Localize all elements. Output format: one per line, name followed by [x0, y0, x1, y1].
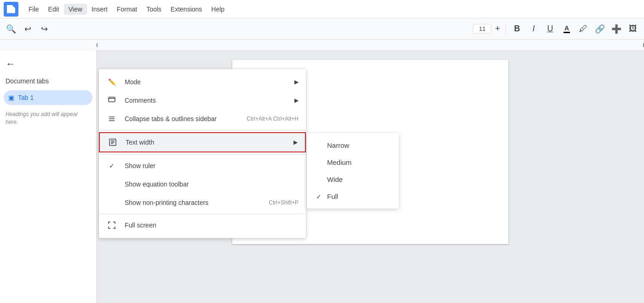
submenu-wide[interactable]: Wide	[307, 171, 399, 188]
show-equation-label: Show equation toolbar	[125, 181, 299, 188]
show-nonprinting-label: Show non-printing characters	[125, 199, 258, 206]
text-width-submenu: Narrow Medium Wide ✓ Full	[307, 133, 399, 209]
medium-label: Medium	[327, 158, 351, 166]
menu-format[interactable]: Format	[112, 4, 142, 15]
menu-help[interactable]: Help	[207, 4, 229, 15]
underline-button[interactable]: U	[543, 22, 558, 36]
mode-icon: ✏️	[106, 76, 117, 87]
insert-image-button[interactable]: 🖼	[626, 22, 640, 36]
svg-rect-6	[111, 140, 115, 141]
comments-icon	[106, 95, 117, 106]
redo-button[interactable]: ↪	[37, 22, 52, 36]
menu-item-show-equation[interactable]: Show equation toolbar	[99, 175, 306, 193]
menu-extensions[interactable]: Extensions	[166, 4, 207, 15]
collapse-tabs-shortcut: Ctrl+Alt+A Ctrl+Alt+H	[247, 116, 299, 122]
comments-label: Comments	[125, 97, 291, 104]
full-label: Full	[327, 192, 338, 200]
font-color-label: A	[564, 25, 569, 31]
full-screen-label: Full screen	[125, 221, 299, 229]
comments-arrow: ▶	[294, 97, 299, 104]
fullscreen-icon	[106, 220, 117, 231]
menu-item-comments[interactable]: Comments ▶	[99, 91, 306, 110]
app-icon	[4, 2, 18, 17]
view-menu: ✏️ Mode ▶ Comments ▶	[99, 69, 306, 238]
menu-divider-2	[99, 154, 306, 155]
menu-item-show-nonprinting[interactable]: Show non-printing characters Ctrl+Shift+…	[99, 193, 306, 212]
main-area: ← Document tabs ▣ Tab 1 Headings you add…	[0, 51, 644, 303]
add-comment-button[interactable]: ➕	[609, 22, 624, 36]
menu-item-text-width[interactable]: Text width ▶ Narrow Medium Wide	[99, 132, 306, 152]
toolbar-separator-1	[506, 23, 506, 35]
narrow-label: Narrow	[327, 141, 349, 149]
toolbar: 🔍 ↩ ↪ 11 + B I U A 🖊 🔗 ➕ 🖼	[0, 18, 644, 40]
font-color-button[interactable]: A	[559, 22, 574, 36]
mode-label: Mode	[125, 78, 291, 86]
menu-item-show-ruler[interactable]: ✓ Show ruler	[99, 157, 306, 175]
search-button[interactable]: 🔍	[4, 22, 18, 36]
ruler-marker-left	[97, 43, 98, 47]
menu-view[interactable]: View	[64, 4, 87, 15]
text-width-label: Text width	[126, 139, 290, 146]
menu-divider-3	[99, 214, 306, 214]
equation-icon	[106, 179, 117, 190]
svg-rect-0	[109, 97, 115, 102]
nonprinting-shortcut: Ctrl+Shift+P	[269, 199, 299, 206]
menu-item-collapse-tabs[interactable]: Collapse tabs & outlines sidebar Ctrl+Al…	[99, 110, 306, 128]
bold-button[interactable]: B	[510, 22, 524, 36]
menu-item-full-screen[interactable]: Full screen	[99, 216, 306, 234]
menu-edit[interactable]: Edit	[44, 4, 64, 15]
ruler	[97, 40, 644, 51]
menu-tools[interactable]: Tools	[142, 4, 166, 15]
svg-rect-1	[109, 98, 115, 99]
mode-arrow: ▶	[294, 79, 299, 85]
collapse-tabs-icon	[106, 113, 117, 124]
text-width-arrow: ▶	[293, 139, 298, 146]
svg-rect-8	[111, 143, 113, 144]
dropdown-overlay: ✏️ Mode ▶ Comments ▶	[0, 69, 644, 303]
submenu-narrow[interactable]: Narrow	[307, 137, 399, 154]
submenu-medium[interactable]: Medium	[307, 154, 399, 171]
menu-insert[interactable]: Insert	[87, 4, 112, 15]
svg-rect-7	[111, 142, 115, 143]
italic-button[interactable]: I	[526, 22, 541, 36]
collapse-tabs-label: Collapse tabs & outlines sidebar	[125, 115, 236, 122]
menu-item-mode[interactable]: ✏️ Mode ▶	[99, 73, 306, 91]
text-width-icon	[107, 137, 118, 148]
font-color-bar	[564, 32, 570, 33]
highlight-button[interactable]: 🖊	[576, 22, 591, 36]
menu-file[interactable]: File	[24, 4, 44, 15]
submenu-full[interactable]: ✓ Full	[307, 188, 399, 205]
show-ruler-label: Show ruler	[125, 162, 299, 169]
font-size-plus[interactable]: +	[493, 24, 502, 34]
nonprinting-icon	[106, 197, 117, 208]
font-size-input[interactable]: 11	[473, 24, 491, 34]
ruler-check-icon: ✓	[106, 160, 117, 171]
menu-divider-1	[99, 130, 306, 130]
undo-button[interactable]: ↩	[20, 22, 35, 36]
menu-bar: File Edit View Insert Format Tools Exten…	[0, 0, 644, 18]
full-check: ✓	[316, 193, 327, 200]
wide-label: Wide	[327, 175, 343, 183]
link-button[interactable]: 🔗	[592, 22, 607, 36]
